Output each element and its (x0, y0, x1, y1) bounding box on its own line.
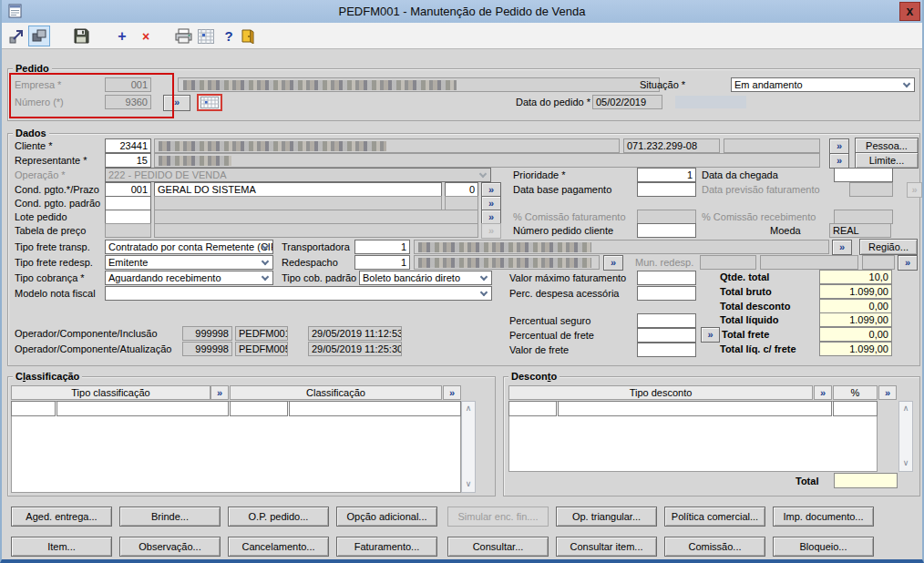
perc-despesa-field[interactable] (637, 286, 696, 301)
cond-pgto-desc-field[interactable]: GERAL DO SISTEMA (154, 182, 442, 197)
transportadora-lookup-button[interactable]: » (832, 240, 852, 255)
tabela-preco-label: Tabela de preço (15, 225, 86, 237)
tipo-frete-redesp-dropdown[interactable]: Emitente (105, 255, 273, 270)
delete-record-icon[interactable]: × (136, 26, 156, 46)
classificacao-group-title: Classificação (13, 371, 82, 383)
percentual-seguro-field[interactable] (637, 313, 696, 328)
add-record-icon[interactable]: + (112, 26, 132, 46)
goto-record-icon[interactable] (7, 26, 27, 46)
mun-redesp-label: Mun. redesp. (635, 257, 693, 269)
desconto-col-tipo-header[interactable]: Tipo desconto (508, 385, 813, 400)
consultar-item-button[interactable]: Consultar item... (556, 537, 657, 557)
cond-pgto-padrao-prazo-field (445, 196, 478, 210)
numero-pedido-cliente-field[interactable] (637, 223, 696, 238)
cascade-windows-icon[interactable] (28, 26, 50, 46)
brinde-button[interactable]: Brinde... (119, 507, 221, 527)
politica-comercial-button[interactable]: Política comercial... (664, 507, 765, 527)
lote-pedido-field[interactable] (105, 210, 151, 224)
cond-pgto-code-field[interactable]: 001 (105, 182, 151, 197)
regiao-button[interactable]: Região... (859, 239, 918, 255)
numero-lookup-button[interactable]: » (163, 95, 190, 111)
modelo-nf-dropdown[interactable] (105, 286, 492, 301)
classificacao-row-tipo-code-cell[interactable] (11, 401, 56, 416)
operador-inclusao-datetime: 29/05/2019 11:12:53 (308, 326, 402, 341)
tipo-cob-padrao-label: Tipo cob. padrão (282, 272, 356, 284)
cond-pgto-prazo-field[interactable]: 0 (445, 182, 478, 197)
frete-lookup-button[interactable]: » (701, 327, 720, 343)
comissao-button[interactable]: Comissão... (664, 537, 765, 557)
scroll-down-icon[interactable]: ∨ (461, 477, 476, 491)
cond-pgto-padrao-code-field[interactable] (105, 196, 151, 210)
data-base-pagamento-field[interactable] (637, 182, 696, 197)
classificacao-row-tipo-desc-cell[interactable] (56, 401, 229, 416)
cliente-code-field[interactable]: 23441 (105, 138, 151, 153)
desconto-row-code-cell[interactable] (508, 401, 557, 416)
operador-inclusao-label: Operador/Componente/Inclusão (15, 328, 158, 340)
consultar-button[interactable]: Consultar... (447, 537, 549, 557)
scroll-down-icon[interactable]: ∨ (898, 456, 913, 470)
total-liq-frete-label: Total líq. c/ frete (720, 343, 796, 355)
representante-lookup-button[interactable]: » (829, 153, 849, 169)
op-triangular-button[interactable]: Op. triangular... (556, 507, 657, 527)
faturamento-button[interactable]: Faturamento... (336, 537, 437, 557)
print-icon[interactable] (173, 26, 193, 46)
bloqueio-button[interactable]: Bloqueio... (773, 537, 874, 557)
op-pedido-button[interactable]: O.P. pedido... (228, 507, 329, 527)
representante-code-field[interactable]: 15 (105, 153, 151, 168)
classificacao-col-tipo-header[interactable]: Tipo classificação (11, 385, 210, 400)
valor-frete-field[interactable] (637, 343, 696, 357)
desconto-pct-lookup-header[interactable]: » (878, 385, 897, 400)
tipo-frete-transp-dropdown[interactable]: Contratado por conta Remetente (CIF) (105, 240, 273, 254)
mun-redesp-lookup-button[interactable]: » (898, 255, 918, 271)
redespacho-label: Redespacho (282, 257, 338, 269)
redacted-transportadora-name (418, 242, 591, 252)
title-bar[interactable]: PEDFM001 - Manutenção de Pedido de Venda… (2, 0, 922, 23)
close-icon[interactable]: x (899, 2, 920, 21)
transportadora-code-field[interactable]: 1 (354, 240, 410, 254)
save-icon[interactable] (71, 26, 91, 46)
operador-inclusao-componente: PEDFM001 (235, 326, 288, 341)
classificacao-col-class-header[interactable]: Classificação (230, 385, 442, 400)
grid-lookup-icon[interactable] (196, 26, 216, 46)
data-chegada-field[interactable] (834, 168, 893, 182)
aged-entrega-button[interactable]: Aged. entrega... (11, 507, 112, 527)
tipo-cob-padrao-dropdown[interactable]: Boleto bancário direto (359, 271, 492, 285)
desconto-tipo-lookup-header[interactable]: » (814, 385, 832, 400)
classificacao-tipo-lookup-header[interactable]: » (210, 385, 229, 400)
valor-maximo-field[interactable] (637, 271, 696, 285)
total-liquido-field: 1.099,00 (819, 312, 892, 327)
redespacho-code-field[interactable]: 1 (354, 255, 410, 270)
prioridade-label: Prioridade * (513, 169, 565, 181)
desconto-col-pct-header[interactable]: % (833, 385, 878, 400)
classificacao-row-class-desc-cell[interactable] (289, 401, 461, 416)
limite-button[interactable]: Limite... (855, 152, 919, 169)
data-pedido-field: 05/02/2019 (592, 95, 662, 109)
cliente-lookup-button[interactable]: » (829, 138, 849, 154)
scroll-up-icon[interactable]: ∧ (461, 402, 476, 415)
desconto-row-pct-cell[interactable] (833, 401, 878, 416)
representante-nome-field-redacted (154, 153, 820, 168)
transportadora-nome-field-redacted (414, 240, 829, 254)
tipo-cobranca-dropdown[interactable]: Aguardando recebimento (105, 271, 273, 285)
item-button[interactable]: Item... (11, 537, 112, 557)
situacao-dropdown[interactable]: Em andamento (731, 77, 915, 92)
prioridade-field[interactable]: 1 (637, 168, 696, 182)
redespacho-lookup-button[interactable]: » (603, 255, 623, 271)
data-previsao-field (849, 182, 893, 197)
classificacao-class-lookup-header[interactable]: » (443, 385, 461, 400)
redacted-cliente-name (159, 141, 386, 151)
exit-door-icon[interactable] (237, 26, 257, 46)
data-previsao-lookup-button: » (907, 182, 922, 198)
cancelamento-button[interactable]: Cancelamento... (228, 537, 329, 557)
percentual-frete-field[interactable] (637, 328, 696, 343)
transportadora-label: Transportadora (282, 241, 350, 253)
observacao-button[interactable]: Observação... (119, 537, 221, 557)
help-icon[interactable]: ? (219, 26, 239, 46)
imp-documento-button[interactable]: Imp. documento... (773, 507, 874, 527)
scroll-up-icon[interactable]: ∧ (898, 402, 913, 415)
classificacao-row-class-code-cell[interactable] (230, 401, 288, 416)
calendar-grid-button[interactable] (197, 94, 222, 111)
opcao-adicional-button[interactable]: Opção adicional... (336, 507, 437, 527)
desconto-row-desc-cell[interactable] (558, 401, 832, 416)
numero-field: 9360 (105, 95, 151, 109)
